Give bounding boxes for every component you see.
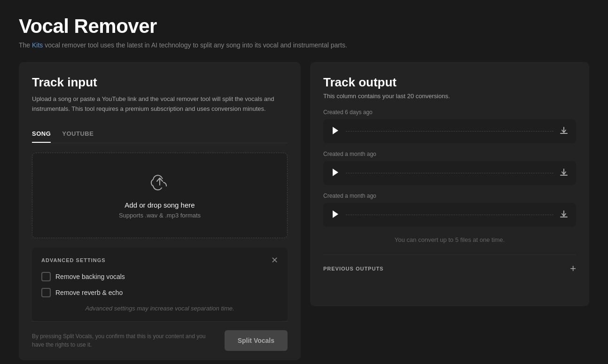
upload-icon — [149, 172, 170, 194]
waveform-3 — [346, 215, 553, 216]
audio-player-3 — [323, 203, 576, 227]
tab-youtube[interactable]: YOUTUBE — [62, 125, 94, 143]
waveform-2 — [346, 173, 553, 174]
previous-outputs-row: PREVIOUS OUTPUTS + — [323, 255, 576, 274]
previous-outputs-label: PREVIOUS OUTPUTS — [323, 266, 383, 271]
play-button-1[interactable] — [331, 126, 340, 137]
created-label-3: Created a month ago — [323, 193, 576, 199]
split-vocals-button[interactable]: Split Vocals — [225, 330, 288, 351]
download-button-1[interactable] — [559, 126, 569, 137]
tab-song[interactable]: SONG — [32, 125, 51, 143]
advanced-settings-header: ADVANCED SETTINGS ✕ — [41, 256, 278, 264]
footer-disclaimer: By pressing Split Vocals, you confirm th… — [32, 332, 210, 349]
svg-marker-1 — [333, 169, 338, 176]
created-label-1: Created 6 days ago — [323, 109, 576, 116]
previous-outputs-expand-button[interactable]: + — [570, 263, 576, 274]
track-output-subtitle: This column contains your last 20 conver… — [323, 93, 576, 100]
remove-reverb-echo-checkbox[interactable] — [41, 288, 51, 297]
upload-subtitle: Supports .wav & .mp3 formats — [119, 212, 201, 219]
page-title: Vocal Remover — [19, 15, 589, 38]
remove-reverb-echo-row: Remove reverb & echo — [41, 288, 278, 297]
advanced-settings-close[interactable]: ✕ — [271, 256, 278, 264]
upload-zone[interactable]: Add or drop song here Supports .wav & .m… — [32, 153, 288, 238]
audio-player-2 — [323, 161, 576, 185]
remove-reverb-echo-label: Remove reverb & echo — [55, 289, 123, 296]
remove-backing-vocals-checkbox[interactable] — [41, 272, 51, 281]
svg-marker-0 — [333, 127, 338, 134]
remove-backing-vocals-label: Remove backing vocals — [55, 273, 125, 280]
track-input-description: Upload a song or paste a YouTube link an… — [32, 94, 288, 114]
page-subtitle: The Kits vocal remover tool uses the lat… — [19, 41, 589, 49]
audio-player-1 — [323, 119, 576, 143]
advanced-settings: ADVANCED SETTINGS ✕ Remove backing vocal… — [32, 248, 288, 321]
remove-backing-vocals-row: Remove backing vocals — [41, 272, 278, 281]
play-button-3[interactable] — [331, 209, 340, 220]
track-output-panel: Track output This column contains your l… — [310, 62, 589, 306]
advanced-settings-title: ADVANCED SETTINGS — [41, 257, 106, 263]
track-output-title: Track output — [323, 75, 576, 90]
created-label-2: Created a month ago — [323, 151, 576, 157]
waveform-1 — [346, 131, 553, 132]
play-button-2[interactable] — [331, 168, 340, 178]
svg-marker-2 — [333, 210, 338, 218]
convert-limit-note: You can convert up to 5 files at one tim… — [323, 236, 576, 243]
footer-row: By pressing Split Vocals, you confirm th… — [32, 321, 288, 360]
upload-title: Add or drop song here — [125, 201, 195, 209]
input-tabs: SONG YOUTUBE — [32, 125, 288, 143]
download-button-3[interactable] — [559, 209, 569, 220]
advanced-note: Advanced settings may increase vocal sep… — [41, 305, 278, 312]
track-input-panel: Track input Upload a song or paste a You… — [19, 62, 301, 360]
download-button-2[interactable] — [559, 168, 569, 178]
track-input-title: Track input — [32, 75, 288, 90]
kits-link[interactable]: Kits — [32, 41, 43, 49]
